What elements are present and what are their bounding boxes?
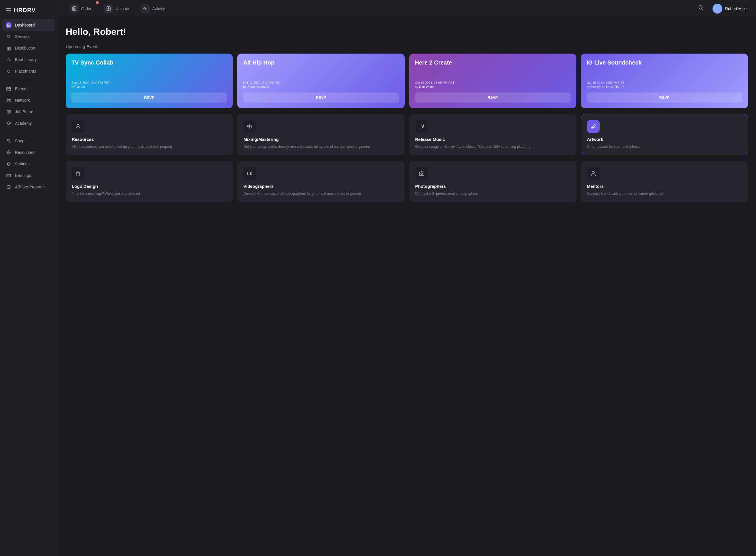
service-card-mentors[interactable]: Mentors Connect 1-on-1 with a mentor for… [581,161,748,202]
settings-icon: ⚙ [6,161,11,167]
svg-point-23 [420,127,421,128]
event-by-3: by Mickey Shiloh & The LX [587,85,742,89]
sidebar-item-settings[interactable]: ⚙ Settings [2,158,55,170]
svg-point-22 [251,126,252,127]
username-label: Robert Miller [725,6,748,11]
event-date-0: Sep 18 2024, 2:00 PM PST [71,81,227,84]
service-desc-mixing: Get your songs professionally mixed & ma… [243,144,398,149]
events-grid: TV Sync Collab Sep 18 2024, 2:00 PM PST … [66,54,748,108]
svg-point-9 [9,142,10,143]
event-title-3: IG Live Soundcheck [587,59,742,66]
search-button[interactable] [696,3,706,14]
sidebar: HRDRV ⊞ Dashboard ⧉ Services ▦ Distribut… [0,0,58,556]
orders-badge [96,1,99,4]
distribution-icon: ▦ [6,45,11,51]
sidebar-item-resources[interactable]: Resources [2,147,55,158]
service-title-logo: Logo Design [72,184,227,189]
event-rsvp-1[interactable]: RSVP [243,93,399,103]
activity-icon [141,4,150,13]
event-card-0[interactable]: TV Sync Collab Sep 18 2024, 2:00 PM PST … [66,54,233,108]
service-desc-resources: All the resources you need to set up you… [72,144,227,149]
topbar: Orders Uploads Activity [58,0,756,17]
topbar-navigation: Orders Uploads Activity [66,2,169,15]
service-card-logo[interactable]: Logo Design Time for a new logo? We've g… [66,161,233,202]
event-card-1[interactable]: Alt Hip Hop Oct 10 2024, 2:00 PM PST by … [237,54,404,108]
svg-rect-26 [419,172,424,175]
svg-point-27 [421,173,423,175]
nav-divider-1 [5,80,53,80]
network-icon [6,97,11,103]
service-card-resources[interactable]: Resources All the resources you need to … [66,114,233,155]
service-card-artwork[interactable]: Artwork Order artwork for your next rele… [581,114,748,155]
user-avatar [713,4,722,13]
mentors-service-icon [587,167,600,180]
sidebar-item-distribution[interactable]: ▦ Distribution [2,42,55,54]
services-grid-2: Logo Design Time for a new logo? We've g… [66,161,748,202]
event-title-2: Here 2 Create [415,59,571,66]
sidebar-item-placements[interactable]: ↺ Placements [2,65,55,77]
dashboard-icon: ⊞ [6,22,11,28]
sidebar-navigation: ⊞ Dashboard ⧉ Services ▦ Distribution ♫ … [0,19,57,551]
sidebar-item-network[interactable]: Network [2,95,55,106]
service-card-video[interactable]: Videographers Connect with professional … [237,161,404,202]
event-card-2[interactable]: Here 2 Create Oct 15 2024, 11:00 PM PST … [409,54,576,108]
user-menu[interactable]: Robert Miller [713,4,748,13]
sidebar-item-services[interactable]: ⧉ Services [2,31,55,42]
svg-rect-11 [7,174,11,177]
sidebar-item-shop[interactable]: Shop [2,135,55,147]
topbar-activity[interactable]: Activity [137,2,169,15]
event-card-3[interactable]: IG Live Soundcheck Oct 19 2024, 1:00 PM … [581,54,748,108]
sidebar-item-earnings[interactable]: Earnings [2,170,55,181]
sidebar-item-academy[interactable]: Academy [2,117,55,129]
topbar-uploads[interactable]: Uploads [100,2,134,15]
service-title-resources: Resources [72,137,227,142]
shop-icon [6,138,11,144]
sidebar-item-job-board[interactable]: Job Board [2,106,55,117]
event-date-3: Oct 19 2024, 1:00 PM PST [587,81,742,84]
svg-point-16 [77,125,79,127]
sidebar-item-events[interactable]: Events [2,83,55,95]
beat-library-icon: ♫ [6,57,11,63]
svg-point-20 [247,126,249,127]
sidebar-item-beat-library[interactable]: ♫ Beat Library [2,54,55,65]
placements-icon: ↺ [6,68,11,74]
event-rsvp-2[interactable]: RSVP [415,93,571,103]
service-card-mixing[interactable]: Mixing/Mastering Get your songs professi… [237,114,404,155]
orders-icon [70,4,79,13]
nav-divider-2 [5,132,53,132]
logo-service-icon [72,167,84,180]
sidebar-item-affiliate[interactable]: Affiliate Program [2,181,55,193]
uploads-icon [104,4,113,13]
svg-point-8 [8,142,8,143]
app-logo: HRDRV [14,7,36,13]
sidebar-item-dashboard[interactable]: ⊞ Dashboard [2,19,55,31]
service-desc-photo: Connect with professional photographers [415,191,570,196]
services-grid-1: Resources All the resources you need to … [66,114,748,155]
service-desc-logo: Time for a new logo? We've got you cover… [72,191,227,196]
svg-rect-6 [7,110,10,113]
svg-rect-0 [7,87,11,91]
event-rsvp-0[interactable]: RSVP [71,93,227,103]
topbar-orders[interactable]: Orders [66,2,98,15]
event-rsvp-3[interactable]: RSVP [587,93,742,103]
job-board-icon [6,109,11,115]
event-by-0: by Ge Oh [71,85,227,89]
event-by-1: by Brian Reynolds [243,85,399,89]
svg-point-24 [422,127,423,128]
services-icon: ⧉ [6,34,11,39]
content-area: Hello, Robert! Upcoming Events TV Sync C… [58,17,756,556]
service-card-photo[interactable]: Photographers Connect with professional … [409,161,576,202]
service-title-mixing: Mixing/Mastering [243,137,398,142]
service-title-mentors: Mentors [587,184,742,189]
affiliate-icon [6,184,11,190]
service-title-release: Release Music [415,137,570,142]
service-desc-video: Connect with professional videographers … [243,191,398,196]
hamburger-menu[interactable] [6,8,11,12]
svg-point-28 [592,171,595,174]
service-desc-artwork: Order artwork for your next release [587,144,742,149]
service-title-photo: Photographers [415,184,570,189]
video-service-icon [243,167,256,180]
service-title-video: Videographers [243,184,398,189]
service-card-release[interactable]: Release Music Get your songs on Spotify,… [409,114,576,155]
page-greeting: Hello, Robert! [66,27,748,37]
